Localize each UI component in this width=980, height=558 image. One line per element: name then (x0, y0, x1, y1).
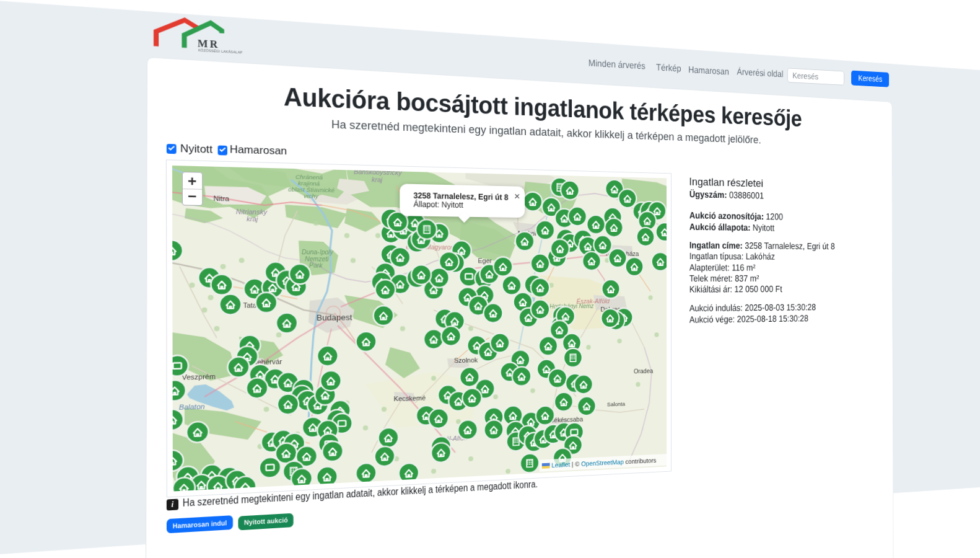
svg-text:Budapest: Budapest (317, 312, 352, 322)
svg-text:Kecskemé: Kecskemé (394, 394, 426, 403)
svg-text:Eger: Eger (478, 257, 491, 265)
svg-text:kraj: kraj (372, 175, 383, 184)
svg-text:Tata: Tata (243, 302, 256, 310)
svg-text:KÖZÖSSÉGI LAKÁSALAP: KÖZÖSSÉGI LAKÁSALAP (198, 48, 243, 54)
svg-text:Szolnok: Szolnok (454, 356, 478, 365)
svg-text:Veszprém: Veszprém (182, 373, 215, 382)
svg-text:Salonta: Salonta (607, 401, 626, 407)
svg-text:Duna-Ipoly: Duna-Ipoly (302, 249, 334, 255)
svg-text:Nitra: Nitra (214, 195, 230, 203)
svg-text:Nemzeti: Nemzeti (305, 255, 329, 262)
svg-text:vrchy: vrchy (304, 192, 319, 199)
svg-text:Park: Park (309, 262, 323, 269)
svg-text:kraj: kraj (247, 215, 258, 223)
svg-text:Oradea: Oradea (634, 367, 653, 374)
svg-text:Balaton: Balaton (179, 403, 205, 412)
